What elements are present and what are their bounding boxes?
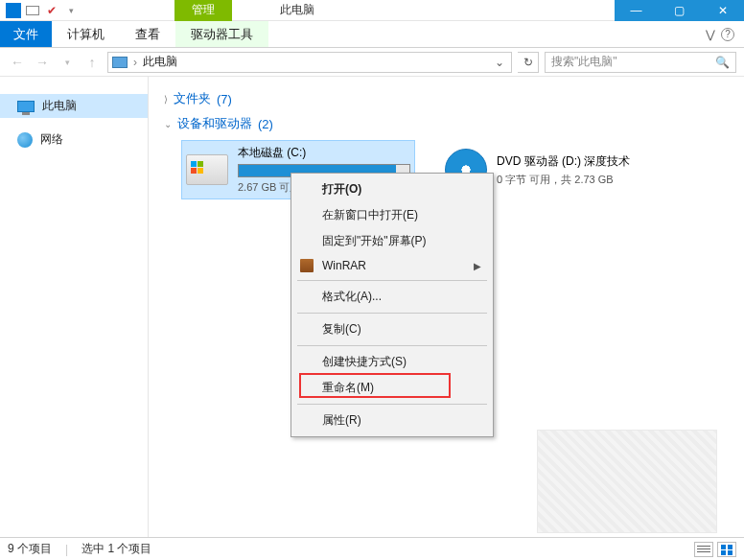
view-details-button[interactable] — [694, 542, 713, 557]
view-tiles-button[interactable] — [717, 542, 736, 557]
winrar-icon — [299, 258, 314, 273]
submenu-arrow-icon: ▶ — [474, 261, 481, 271]
recent-locations-button[interactable]: ▾ — [58, 53, 77, 72]
context-menu-item[interactable]: 格式化(A)... — [293, 284, 491, 310]
ribbon: 文件 计算机 查看 驱动器工具 ⋁ ? — [0, 21, 744, 48]
maximize-button[interactable]: ▢ — [658, 0, 701, 21]
refresh-button[interactable]: ↻ — [518, 52, 539, 73]
address-dropdown-icon[interactable]: ⌄ — [492, 56, 507, 69]
context-menu-item[interactable]: 重命名(M) — [293, 375, 491, 401]
status-bar: 9 个项目 | 选中 1 个项目 — [0, 537, 744, 560]
network-icon — [17, 132, 33, 148]
context-menu-item-label: 重命名(M) — [322, 380, 374, 396]
context-menu: 打开(O)在新窗口中打开(E)固定到"开始"屏幕(P)WinRAR▶格式化(A)… — [291, 173, 494, 437]
context-menu-item-label: 创建快捷方式(S) — [322, 354, 407, 370]
ribbon-expand-button[interactable]: ⋁ ? — [696, 21, 744, 47]
context-menu-separator — [297, 280, 487, 281]
context-menu-separator — [297, 404, 487, 405]
context-menu-item-label: 复制(C) — [322, 321, 361, 338]
context-menu-item[interactable]: 创建快捷方式(S) — [293, 349, 491, 375]
group-count: (2) — [258, 117, 273, 131]
context-menu-item[interactable]: 属性(R) — [293, 408, 491, 433]
app-icon — [6, 3, 21, 18]
ribbon-tab-view[interactable]: 查看 — [120, 21, 175, 47]
status-item-count: 9 个项目 — [8, 541, 52, 557]
this-pc-icon — [112, 57, 128, 68]
contextual-tab-label: 管理 — [174, 0, 232, 21]
breadcrumb-location[interactable]: 此电脑 — [143, 54, 177, 70]
search-input[interactable]: 搜索"此电脑" 🔍 — [545, 52, 736, 73]
context-menu-separator — [297, 345, 487, 346]
context-menu-item-label: 属性(R) — [322, 412, 361, 429]
context-menu-item-label: WinRAR — [322, 259, 366, 272]
search-icon: 🔍 — [715, 56, 730, 69]
navitem-this-pc[interactable]: 此电脑 — [0, 94, 148, 118]
hdd-windows-icon — [186, 154, 228, 185]
group-label: 设备和驱动器 — [177, 115, 252, 132]
close-button[interactable]: ✕ — [701, 0, 744, 21]
breadcrumb-separator: › — [133, 56, 137, 69]
context-menu-item[interactable]: WinRAR▶ — [293, 254, 491, 277]
group-label: 文件夹 — [174, 90, 211, 107]
context-menu-item[interactable]: 固定到"开始"屏幕(P) — [293, 228, 491, 254]
status-selection: 选中 1 个项目 — [81, 541, 151, 557]
navbar: ← → ▾ ↑ › 此电脑 ⌄ ↻ 搜索"此电脑" 🔍 — [0, 48, 744, 77]
chevron-right-icon: ⟩ — [164, 94, 168, 105]
drive-name: DVD 驱动器 (D:) 深度技术 — [497, 153, 669, 170]
titlebar: ✔ ▾ 管理 此电脑 ― ▢ ✕ — [0, 0, 744, 21]
context-menu-item[interactable]: 打开(O) — [293, 176, 491, 202]
navitem-label: 此电脑 — [42, 98, 77, 114]
up-button[interactable]: ↑ — [82, 53, 102, 72]
context-menu-item-label: 在新窗口中打开(E) — [322, 207, 418, 223]
ribbon-tab-drive-tools[interactable]: 驱动器工具 — [175, 21, 268, 47]
search-placeholder: 搜索"此电脑" — [551, 54, 617, 70]
context-menu-item-label: 打开(O) — [322, 181, 361, 198]
context-menu-item[interactable]: 在新窗口中打开(E) — [293, 202, 491, 228]
qat-folder-icon[interactable] — [25, 3, 40, 18]
navitem-network[interactable]: 网络 — [0, 128, 148, 152]
minimize-button[interactable]: ― — [615, 0, 658, 21]
group-folders[interactable]: ⟩ 文件夹 (7) — [164, 90, 729, 107]
context-menu-item-label: 固定到"开始"屏幕(P) — [322, 233, 427, 249]
chevron-down-icon: ⌄ — [164, 119, 172, 129]
ribbon-tab-computer[interactable]: 计算机 — [52, 21, 120, 47]
navigation-pane: 此电脑 网络 — [0, 77, 149, 537]
context-menu-item[interactable]: 复制(C) — [293, 316, 491, 342]
window-title: 此电脑 — [280, 2, 314, 18]
group-devices[interactable]: ⌄ 设备和驱动器 (2) — [164, 115, 729, 132]
drive-stats: 0 字节 可用，共 2.73 GB — [497, 173, 669, 187]
forward-button[interactable]: → — [33, 53, 52, 72]
ribbon-file-tab[interactable]: 文件 — [0, 21, 52, 47]
navitem-label: 网络 — [40, 131, 63, 148]
this-pc-icon — [17, 101, 35, 112]
back-button[interactable]: ← — [8, 53, 27, 72]
address-bar[interactable]: › 此电脑 ⌄ — [107, 52, 512, 73]
group-count: (7) — [217, 92, 232, 106]
watermark-image — [537, 430, 717, 533]
context-menu-separator — [297, 313, 487, 314]
drive-name: 本地磁盘 (C:) — [238, 145, 410, 161]
qat-dropdown-icon[interactable]: ▾ — [63, 3, 79, 18]
qat-properties-icon[interactable]: ✔ — [44, 3, 59, 18]
context-menu-item-label: 格式化(A)... — [322, 289, 382, 305]
